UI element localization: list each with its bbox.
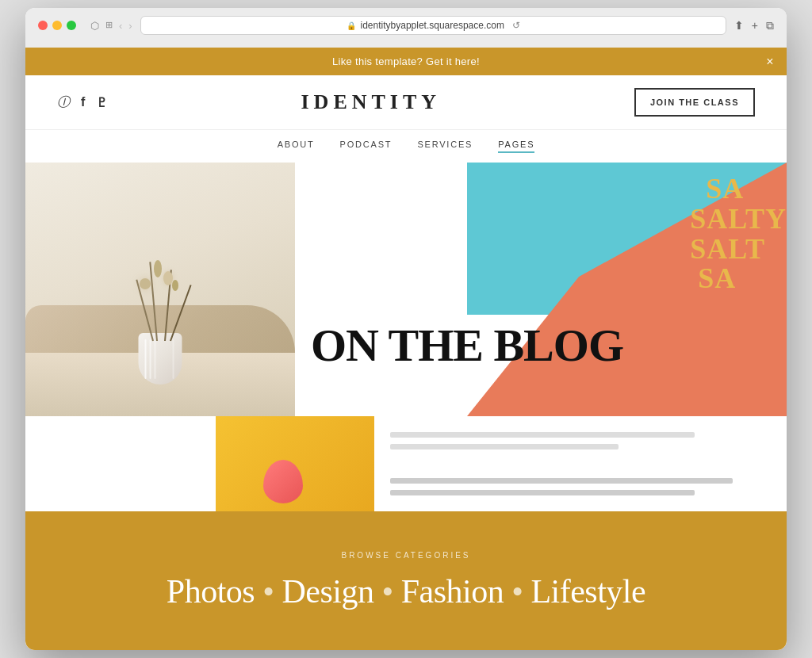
category-design[interactable]: Design — [282, 573, 373, 610]
reload-icon[interactable]: ↺ — [512, 20, 520, 31]
placeholder-bar-2 — [390, 444, 619, 450]
nav-item-services[interactable]: SERVICES — [417, 140, 473, 153]
instagram-icon[interactable]: Ⓘ — [57, 94, 70, 111]
hero-section: SA SALTY SALT SA ON THE BLOG — [25, 163, 787, 416]
placeholder-bar-3 — [390, 478, 733, 484]
categories-list: Photos • Design • Fashion • Lifestyle — [57, 572, 755, 610]
announcement-bar: Like this template? Get it here! × — [25, 48, 787, 75]
address-bar[interactable]: 🔒 identitybyapplet.squarespace.com ↺ — [140, 16, 726, 35]
announcement-text: Like this template? Get it here! — [332, 55, 480, 67]
separator-1: • — [262, 573, 282, 610]
site-logo[interactable]: IDENTITY — [301, 90, 442, 114]
back-arrow-button[interactable]: ‹ — [119, 20, 122, 32]
floral-background — [25, 163, 295, 416]
placeholder-bar-4 — [390, 490, 695, 495]
salty-line-2: SALTY — [690, 205, 787, 235]
forward-arrow-button[interactable]: › — [128, 20, 132, 32]
blog-title: ON THE BLOG — [311, 323, 623, 369]
hero-left-image — [25, 163, 295, 416]
site-header: Ⓘ f ♇ IDENTITY JOIN THE CLASS — [25, 75, 787, 130]
salty-line-4: SA — [690, 264, 787, 294]
thumbnail-background — [216, 416, 374, 511]
window-grid-button[interactable]: ⊞ — [105, 20, 113, 32]
category-fashion[interactable]: Fashion — [401, 573, 504, 610]
category-photos[interactable]: Photos — [167, 573, 255, 610]
website-content: Like this template? Get it here! × Ⓘ f ♇… — [25, 48, 787, 650]
social-icons: Ⓘ f ♇ — [57, 94, 108, 111]
placeholder-bar-1 — [390, 432, 695, 438]
lock-icon: 🔒 — [347, 21, 356, 30]
salty-text-overlay: SA SALTY SALT SA — [690, 174, 787, 294]
announcement-close-button[interactable]: × — [766, 55, 774, 69]
blog-title-container: ON THE BLOG — [311, 323, 623, 369]
back-button[interactable]: ⬡ — [90, 20, 99, 32]
nav-item-pages[interactable]: PAGES — [498, 140, 534, 153]
browser-nav-controls: ⬡ ⊞ ‹ › — [90, 20, 132, 32]
hero-right-image: SA SALTY SALT SA ON THE BLOG — [295, 163, 787, 416]
facebook-icon[interactable]: f — [81, 95, 85, 109]
join-class-button[interactable]: JOIN THE CLASS — [634, 88, 755, 117]
new-tab-button[interactable]: + — [752, 19, 758, 33]
separator-2: • — [381, 573, 400, 610]
nav-item-about[interactable]: ABOUT — [278, 140, 315, 153]
content-placeholder-area — [374, 416, 787, 511]
browser-chrome: ⬡ ⊞ ‹ › 🔒 identitybyapplet.squarespace.c… — [25, 8, 787, 48]
browse-categories-label: BROWSE CATEGORIES — [57, 551, 755, 560]
content-preview-row — [25, 416, 787, 511]
fruit-decoration — [263, 460, 303, 503]
browser-tabs-bar — [38, 41, 774, 48]
salty-line-1: SA — [690, 174, 787, 205]
salty-line-3: SALT — [690, 235, 787, 265]
browser-action-buttons: ⬆ + ⧉ — [734, 19, 774, 33]
duplicate-button[interactable]: ⧉ — [766, 19, 774, 33]
close-dot[interactable] — [38, 21, 48, 30]
content-thumbnail-1 — [216, 416, 374, 511]
maximize-dot[interactable] — [67, 21, 76, 30]
browser-dots — [38, 21, 76, 30]
browser-titlebar: ⬡ ⊞ ‹ › 🔒 identitybyapplet.squarespace.c… — [38, 16, 774, 35]
minimize-dot[interactable] — [52, 21, 62, 30]
browser-window: ⬡ ⊞ ‹ › 🔒 identitybyapplet.squarespace.c… — [25, 8, 787, 650]
share-button[interactable]: ⬆ — [734, 19, 744, 33]
nav-item-podcast[interactable]: PODCAST — [340, 140, 393, 153]
categories-section: BROWSE CATEGORIES Photos • Design • Fash… — [25, 511, 787, 650]
site-nav: ABOUT PODCAST SERVICES PAGES — [25, 130, 787, 163]
url-text: identitybyapplet.squarespace.com — [361, 20, 504, 31]
separator-3: • — [511, 573, 530, 610]
pinterest-icon[interactable]: ♇ — [96, 95, 107, 110]
category-lifestyle[interactable]: Lifestyle — [530, 573, 645, 610]
